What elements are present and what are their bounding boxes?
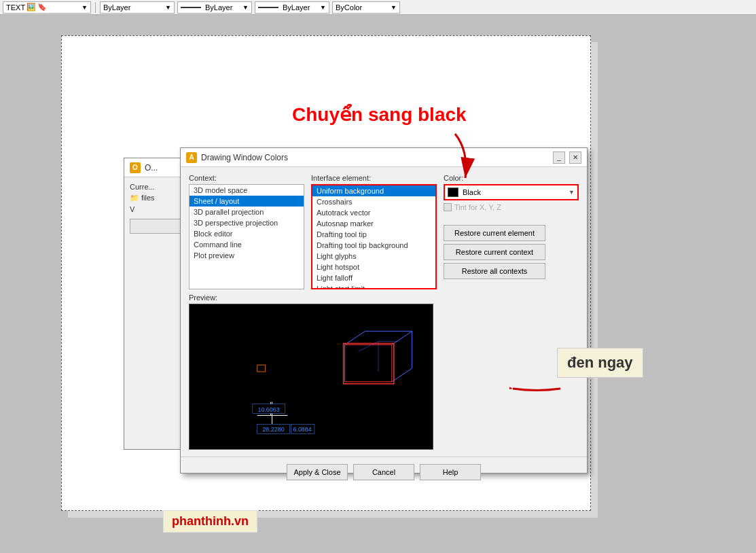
interface-item-light-glyphs[interactable]: Light glyphs xyxy=(312,251,435,262)
dropdown-arrow4: ▼ xyxy=(320,4,326,11)
interface-item-drafting-tip[interactable]: Drafting tool tip xyxy=(312,229,435,240)
dialog-body: Context: 3D model space Sheet / layout 3… xyxy=(181,167,587,457)
bycolor-value: ByColor xyxy=(336,3,362,12)
canvas-area: Chuyển sang black O O... ✕ Curre... 📁 fi… xyxy=(0,15,756,553)
context-item-sheet[interactable]: Sheet / layout xyxy=(190,196,304,207)
context-item-3dperspective[interactable]: 3D perspective projection xyxy=(190,217,304,228)
interface-item-light-falloff[interactable]: Light falloff xyxy=(312,272,435,283)
context-item-command[interactable]: Command line xyxy=(190,239,304,250)
toolbar-icon1: 🖼️ xyxy=(26,3,36,12)
dropdown-arrow5: ▼ xyxy=(391,4,397,11)
context-label: Context: xyxy=(189,174,304,182)
text-dropdown-value: TEXT xyxy=(6,3,25,12)
svg-text:28.2280: 28.2280 xyxy=(262,426,284,433)
tint-label: Tint for X, Y, Z xyxy=(454,203,501,211)
context-item-3dmodel[interactable]: 3D model space xyxy=(190,185,304,196)
dialog-titlebar: A Drawing Window Colors _ ✕ xyxy=(181,148,587,167)
bycolor-dropdown[interactable]: ByColor ▼ xyxy=(332,1,400,14)
website-label: phanthinh.vn xyxy=(163,510,257,533)
annotation-title: Chuyển sang black xyxy=(292,103,467,126)
interface-item-light-start[interactable]: Light start limit xyxy=(312,283,435,289)
context-item-block[interactable]: Block editor xyxy=(190,228,304,239)
arrow-left-icon xyxy=(509,375,564,404)
restore-all-contexts-button[interactable]: Restore all contexts xyxy=(444,263,545,279)
dropdown-arrow2: ▼ xyxy=(165,4,171,11)
dialog-close-button[interactable]: ✕ xyxy=(569,151,581,164)
bylayer-dropdown2[interactable]: ByLayer ▼ xyxy=(177,1,252,14)
annotation-bottom: đen ngay xyxy=(557,348,643,378)
bylayer-dropdown3[interactable]: ByLayer ▼ xyxy=(255,1,329,14)
preview-box: 10.6063 28.2280 6.0884 xyxy=(189,304,433,450)
context-item-3dparallel[interactable]: 3D parallel projection xyxy=(190,207,304,217)
restore-current-element-button[interactable]: Restore current element xyxy=(444,225,545,241)
website-text: phanthinh.vn xyxy=(172,514,249,528)
files-icon: 📁 xyxy=(130,194,139,202)
toolbar: TEXT 🖼️ 🔖 ▼ ByLayer ▼ ByLayer ▼ ByLayer … xyxy=(0,0,756,15)
dialog-footer: Apply & Close Cancel Help xyxy=(181,457,587,487)
context-list[interactable]: 3D model space Sheet / layout 3D paralle… xyxy=(189,184,304,289)
preview-label: Preview: xyxy=(189,293,579,302)
bylayer-value2: ByLayer xyxy=(205,3,232,12)
current-label-text: Curre... xyxy=(130,183,155,191)
color-value: Black xyxy=(463,188,564,196)
line-style-indicator xyxy=(181,7,201,8)
interface-item-drafting-bg[interactable]: Drafting tool tip background xyxy=(312,240,435,251)
dialog-minimize-button[interactable]: _ xyxy=(553,151,565,164)
color-panel: Color: Black ▼ Tint for X, Y, Z Restore … xyxy=(444,174,579,289)
restore-current-context-button[interactable]: Restore current context xyxy=(444,244,545,260)
drawing-window-colors-dialog: A Drawing Window Colors _ ✕ Context: 3D … xyxy=(180,147,588,474)
color-swatch xyxy=(448,188,458,197)
tint-checkbox[interactable] xyxy=(444,203,452,211)
annotation-title-text: Chuyển sang black xyxy=(292,104,467,125)
context-panel: Context: 3D model space Sheet / layout 3… xyxy=(189,174,304,289)
dialog-title: Drawing Window Colors xyxy=(201,153,549,162)
dropdown-arrow3: ▼ xyxy=(242,4,249,11)
interface-panel: Interface element: Uniform background Cr… xyxy=(311,174,437,289)
restore-buttons-group: Restore current element Restore current … xyxy=(444,225,579,279)
bylayer-value1: ByLayer xyxy=(103,3,130,12)
dialog-icon: A xyxy=(186,152,197,163)
top-panels-row: Context: 3D model space Sheet / layout 3… xyxy=(189,174,579,289)
files-label-text: files xyxy=(141,194,155,202)
toolbar-icon2: 🔖 xyxy=(37,3,47,12)
interface-item-uniform[interactable]: Uniform background xyxy=(312,185,435,196)
interface-item-autosnap[interactable]: Autosnap marker xyxy=(312,218,435,229)
interface-item-light-hotspot[interactable]: Light hotspot xyxy=(312,262,435,272)
annotation-bottom-text: đen ngay xyxy=(567,354,633,371)
toolbar-separator-1 xyxy=(95,2,96,13)
cancel-button[interactable]: Cancel xyxy=(353,464,414,480)
interface-item-crosshairs[interactable]: Crosshairs xyxy=(312,196,435,207)
color-dropdown-arrow: ▼ xyxy=(569,189,575,196)
options-title: O... xyxy=(145,163,158,173)
interface-list[interactable]: Uniform background Crosshairs Autotrack … xyxy=(311,184,437,289)
bylayer-dropdown1[interactable]: ByLayer ▼ xyxy=(100,1,175,14)
text-dropdown[interactable]: TEXT 🖼️ 🔖 ▼ xyxy=(3,1,91,14)
preview-svg: 10.6063 28.2280 6.0884 xyxy=(190,304,433,449)
line-weight-indicator xyxy=(258,7,278,8)
bylayer-value3: ByLayer xyxy=(283,3,310,12)
options-icon: O xyxy=(130,162,141,173)
arrow-down-icon xyxy=(435,130,475,187)
dropdown-arrow1: ▼ xyxy=(82,4,88,11)
tint-row: Tint for X, Y, Z xyxy=(444,203,579,211)
interface-item-autotrack[interactable]: Autotrack vector xyxy=(312,207,435,218)
help-button[interactable]: Help xyxy=(420,464,481,480)
apply-close-button[interactable]: Apply & Close xyxy=(287,464,348,480)
context-item-plot[interactable]: Plot preview xyxy=(190,250,304,261)
svg-text:10.6063: 10.6063 xyxy=(257,406,279,413)
svg-text:6.0884: 6.0884 xyxy=(293,426,311,433)
interface-label: Interface element: xyxy=(311,174,437,182)
